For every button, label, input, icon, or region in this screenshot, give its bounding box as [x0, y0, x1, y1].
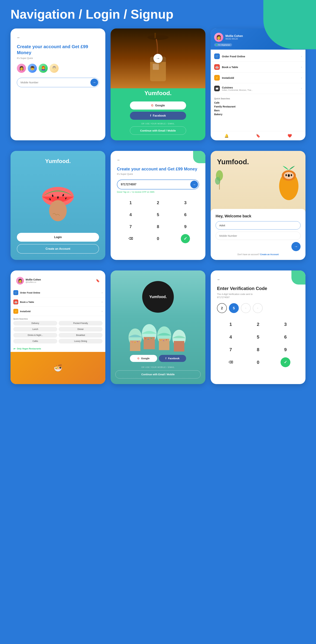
mobile-input[interactable]	[20, 81, 90, 84]
screen-welcome-back: Yumfood.	[211, 151, 306, 260]
sidebar-header-s7: 👩 Mollie Cohen @mollies.co 🔖	[10, 270, 105, 288]
email-mobile-button[interactable]: Continue with Email / Mobile	[130, 126, 186, 135]
screen9-content: ← Enter Verification Code The 4-digit Ve…	[211, 270, 306, 374]
chevron-icon-2: ›	[301, 66, 302, 68]
quick-search-bakery[interactable]: Bakery	[214, 113, 302, 116]
s8-facebook-button[interactable]: f Facebook	[159, 355, 186, 362]
cupcakes-area	[111, 316, 205, 355]
tag-luxury[interactable]: Luxury Dining	[59, 339, 103, 344]
s9-key-6[interactable]: 6	[272, 330, 299, 343]
back-arrow-icon[interactable]: ←	[17, 36, 99, 40]
facebook-button[interactable]: f Facebook	[130, 112, 186, 120]
welcome-send-button[interactable]: →	[292, 242, 301, 251]
send-button[interactable]: →	[90, 78, 98, 86]
quick-search-bars[interactable]: Bars	[214, 109, 302, 112]
nav-item-cuisines[interactable]: 🍽️ Cuisines Indian, Continental, Mexican…	[211, 83, 306, 94]
numpad-1[interactable]: 1	[117, 197, 144, 209]
screen5-headline: Create your account and Get £99 Money	[117, 166, 199, 172]
s9-numpad: 1 2 3 4 5 6 7 8 9 ⌫ 0 ✓	[217, 318, 299, 368]
bookmark-nav-icon[interactable]: 🔖	[256, 134, 260, 138]
create-account-link[interactable]: Create an Account	[260, 253, 279, 256]
quick-search-family[interactable]: Family Restaurant	[214, 105, 302, 108]
numpad-0[interactable]: 0	[144, 233, 172, 244]
tag-cafes[interactable]: Cafés	[13, 339, 57, 344]
screen-sidebar-tags: 👩 Mollie Cohen @mollies.co 🔖 🛒 Order Foo…	[10, 270, 105, 384]
otp-input-row[interactable]: →	[117, 180, 199, 190]
back-arrow-s5[interactable]: ←	[117, 158, 199, 162]
numpad-7[interactable]: 7	[117, 221, 144, 233]
mobile-input-row[interactable]: →	[17, 78, 99, 87]
dark-circle: Yumfood.	[142, 281, 174, 313]
veg-label: I'm Vegetarian	[218, 44, 230, 46]
s9-key-5[interactable]: 5	[244, 330, 272, 343]
svg-point-24	[215, 177, 220, 185]
page-title: Navigation / Login / Signup	[10, 7, 306, 22]
otp-send-button[interactable]: →	[190, 180, 198, 188]
numpad-6[interactable]: 6	[172, 209, 199, 221]
google-button[interactable]: G Google	[130, 102, 186, 110]
s9-key-1[interactable]: 1	[217, 318, 244, 330]
svg-rect-1	[155, 33, 156, 38]
numpad-4[interactable]: 4	[117, 209, 144, 221]
s9-key-8[interactable]: 8	[244, 343, 272, 356]
s7-nav-book[interactable]: 📅 Book a Table ›	[10, 298, 105, 307]
otp-input[interactable]	[121, 183, 190, 186]
s7-instagold-icon: ⚡	[13, 309, 18, 314]
s9-key-3[interactable]: 3	[272, 318, 299, 330]
s9-key-del[interactable]: ⌫	[217, 356, 244, 368]
s7-nav-order[interactable]: 🛒 Order Food Online ›	[10, 288, 105, 298]
s7-nav-instagold[interactable]: ⚡ InstaGold ›	[10, 307, 105, 316]
numpad-5[interactable]: 5	[144, 209, 172, 221]
numpad-9[interactable]: 9	[172, 221, 199, 233]
phone-input[interactable]	[216, 232, 301, 240]
s7-chevron-3: ›	[102, 310, 103, 313]
create-account-button[interactable]: Create an Account	[17, 244, 99, 254]
nav-item-book-table[interactable]: 📅 Book a Table ›	[211, 62, 306, 72]
s8-email-button[interactable]: Continue with Email / Mobile	[115, 370, 201, 378]
s8-google-button[interactable]: G Google	[130, 355, 157, 362]
quick-search-cafe[interactable]: Cafe	[214, 101, 302, 104]
s9-key-9[interactable]: 9	[272, 343, 299, 356]
back-arrow-s9[interactable]: ←	[217, 278, 299, 282]
numpad-2[interactable]: 2	[144, 197, 172, 209]
bell-icon[interactable]: 🔔	[224, 134, 229, 138]
tag-pocket-friendly[interactable]: Pocket-Friendly	[59, 321, 103, 326]
s9-subtitle: The 4-digit Verification code sent to 97…	[217, 293, 299, 299]
tag-delivery[interactable]: Delivery	[13, 321, 57, 326]
nav-item-order-food[interactable]: 🛒 Order Food Online ›	[211, 51, 306, 62]
nav-item-instagold[interactable]: ⚡ InstaGold ›	[211, 72, 306, 83]
login-button[interactable]: Login	[17, 233, 99, 242]
vegan-toggle[interactable]: ⇌ Only Vegan Restaurants	[10, 346, 105, 352]
code-inputs: 2 5 · ·	[217, 303, 299, 313]
numpad-3[interactable]: 3	[172, 197, 199, 209]
svg-point-21	[291, 174, 292, 176]
screens-row-2: Yumfood.	[0, 147, 316, 267]
tag-lunch[interactable]: Lunch	[13, 327, 57, 332]
cuisines-icon: 🍽️	[214, 86, 220, 91]
s8-google-label: Google	[141, 357, 150, 360]
numpad-8[interactable]: 8	[144, 221, 172, 233]
s9-key-2[interactable]: 2	[244, 318, 272, 330]
chevron-icon-3: ›	[301, 76, 302, 79]
tag-breakfast[interactable]: Breakfast	[59, 333, 103, 338]
splash-arrow-button[interactable]: →	[154, 54, 162, 63]
numpad-delete[interactable]: ⌫	[117, 233, 144, 244]
book-table-label: Book a Table	[222, 66, 238, 68]
heart-icon[interactable]: ❤️	[288, 134, 292, 138]
profile-info: Mollie Cohen 99192-89120	[225, 34, 243, 40]
yumfood-logo-dark: Yumfood.	[217, 158, 249, 166]
s9-key-7[interactable]: 7	[217, 343, 244, 356]
tag-dinner[interactable]: Dinner	[59, 327, 103, 332]
tag-drinks[interactable]: Drinks & Night...	[13, 333, 57, 338]
s9-key-0[interactable]: 0	[244, 356, 272, 368]
headline-end: Money	[17, 50, 31, 55]
s7-instagold-label: InstaGold	[20, 310, 30, 313]
svg-rect-31	[144, 337, 155, 349]
s7-bookmark-icon[interactable]: 🔖	[96, 279, 100, 282]
numpad-check[interactable]: ✓	[181, 234, 190, 243]
s9-key-4[interactable]: 4	[217, 330, 244, 343]
numpad: 1 2 3 4 5 6 7 8 9 ⌫ 0 ✓	[117, 197, 199, 244]
name-input[interactable]	[216, 221, 301, 230]
s9-key-check[interactable]: ✓	[281, 357, 290, 367]
chevron-icon-4: ›	[301, 87, 302, 90]
